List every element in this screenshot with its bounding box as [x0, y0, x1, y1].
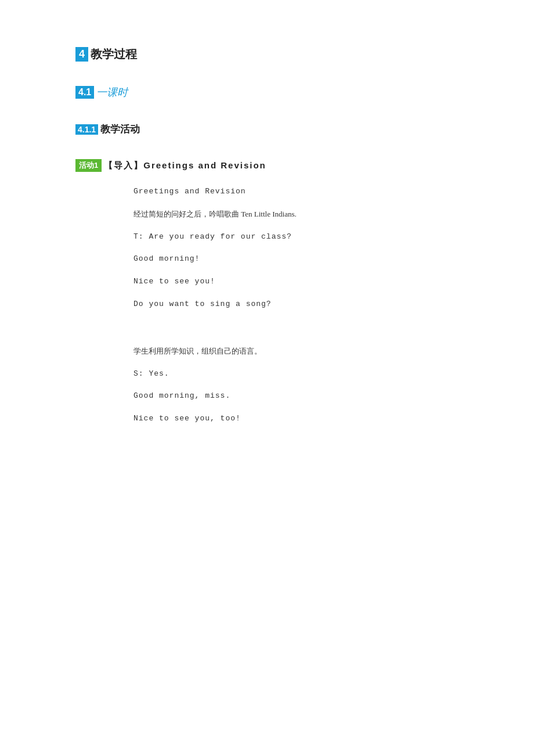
- content-line-2: 经过简短的问好之后，吟唱歌曲 Ten Little Indians.: [134, 208, 476, 221]
- section-4-heading: 4 教学过程: [75, 46, 476, 62]
- section-411-badge: 4.1.1: [75, 124, 98, 135]
- content-line-7: 学生利用所学知识，组织自己的语言。: [134, 345, 476, 358]
- activity-1-heading: 活动1 【导入】Greetings and Revision: [75, 159, 476, 172]
- content-line-4: Good morning!: [134, 253, 476, 265]
- content-line-1: Greetings and Revision: [134, 186, 476, 198]
- content-line-5: Nice to see you!: [134, 276, 476, 288]
- content-line-6: Do you want to sing a song?: [134, 298, 476, 311]
- content-line-9: Good morning, miss.: [134, 390, 476, 402]
- section-4-badge: 4: [75, 47, 88, 62]
- activity-1-title: 【导入】Greetings and Revision: [104, 160, 266, 171]
- content-block: Greetings and Revision 经过简短的问好之后，吟唱歌曲 Te…: [134, 186, 476, 425]
- section-41-heading: 4.1 一课时: [75, 85, 476, 99]
- section-411-heading: 4.1.1 教学活动: [75, 123, 476, 136]
- content-line-10: Nice to see you, too!: [134, 413, 476, 425]
- section-411-title: 教学活动: [100, 123, 140, 136]
- content-line-8: S: Yes.: [134, 368, 476, 380]
- section-4-title: 教学过程: [91, 46, 137, 62]
- activity-1-badge: 活动1: [75, 159, 102, 172]
- section-41-title: 一课时: [96, 85, 128, 99]
- content-line-3: T: Are you ready for our class?: [134, 231, 476, 243]
- section-41-badge: 4.1: [75, 86, 94, 99]
